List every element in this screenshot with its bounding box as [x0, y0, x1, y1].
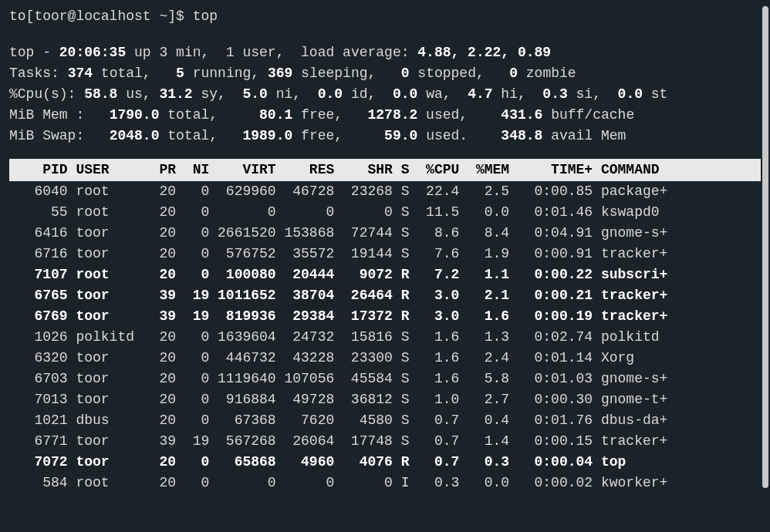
- process-table-header: PID USER PR NI VIRT RES SHR S %CPU %MEM …: [9, 159, 761, 181]
- swap-total-lbl: total,: [159, 128, 242, 143]
- shell-prompt: to[toor@localhost ~]$ top: [9, 6, 761, 27]
- process-row: 1021 dbus 20 0 67368 7620 4580 S 0.7 0.4…: [9, 410, 761, 431]
- cpu-ni-lbl: ni,: [268, 86, 318, 102]
- mem-free-lbl: free,: [292, 107, 367, 123]
- swap-free-lbl: free,: [292, 128, 384, 143]
- tasks-label: Tasks:: [9, 66, 68, 81]
- swap-total: 2048.0: [110, 128, 160, 143]
- process-row: 6040 root 20 0 629960 46728 23268 S 22.4…: [9, 181, 761, 202]
- cpu-sy: 31.2: [159, 86, 192, 102]
- process-row: 6771 toor 39 19 567268 26064 17748 S 0.7…: [9, 431, 761, 452]
- process-row: 55 root 20 0 0 0 0 S 11.5 0.0 0:01.46 ks…: [9, 202, 761, 223]
- cpu-hi: 4.7: [468, 86, 492, 102]
- swap-label: MiB Swap:: [9, 128, 110, 143]
- scrollbar[interactable]: [762, 6, 768, 488]
- top-summary: top - 20:06:35 up 3 min, 1 user, load av…: [9, 42, 761, 146]
- mem-used-lbl: used,: [417, 107, 501, 123]
- cpu-id: 0.0: [318, 86, 343, 102]
- prefix: top -: [9, 45, 59, 60]
- cpu-id-lbl: id,: [343, 86, 393, 102]
- cpu-st: 0.0: [618, 86, 643, 102]
- mem-buff-lbl: buff/cache: [542, 107, 634, 123]
- tasks-total: 374: [68, 66, 93, 81]
- mem-used: 1278.2: [368, 107, 418, 123]
- cpu-label: %Cpu(s):: [9, 86, 84, 102]
- swap-used-lbl: used.: [417, 128, 501, 143]
- cpu-st-lbl: st: [643, 86, 667, 102]
- mem-buff: 431.6: [501, 107, 542, 123]
- process-row: 6703 toor 20 0 1119640 107056 45584 S 1.…: [9, 369, 761, 389]
- cpu-us: 58.8: [84, 86, 117, 102]
- cpu-hi-lbl: hi,: [493, 86, 543, 102]
- time: 20:06:35: [59, 45, 126, 60]
- uptime-text: up 3 min, 1 user, load average:: [126, 45, 417, 60]
- process-row: 6769 toor 39 19 819936 29384 17372 R 3.0…: [9, 306, 761, 327]
- scrollbar-handle[interactable]: [762, 6, 768, 488]
- process-list: 6040 root 20 0 629960 46728 23268 S 22.4…: [9, 181, 761, 493]
- cpu-ni: 5.0: [242, 86, 267, 102]
- process-row: 7072 toor 20 0 65868 4960 4076 R 0.7 0.3…: [9, 452, 761, 473]
- process-row: 6716 toor 20 0 576752 35572 19144 S 7.6 …: [9, 244, 761, 264]
- process-row: 6416 toor 20 0 2661520 153868 72744 S 8.…: [9, 223, 761, 244]
- mem-free: 80.1: [259, 107, 292, 123]
- tasks-running: 5: [176, 66, 184, 81]
- swap-avail: 348.8: [501, 128, 542, 143]
- cpu-us-lbl: us,: [117, 86, 159, 102]
- tasks-total-lbl: total,: [93, 66, 176, 81]
- tasks-zombie-lbl: zombie: [518, 66, 576, 81]
- mem-total-lbl: total,: [159, 107, 259, 123]
- swap-used: 59.0: [384, 128, 417, 143]
- tasks-stopped: 0: [401, 66, 410, 81]
- tasks-running-lbl: running,: [184, 66, 268, 81]
- process-row: 6320 toor 20 0 446732 43228 23300 S 1.6 …: [9, 348, 761, 369]
- tasks-sleeping-lbl: sleeping,: [292, 66, 400, 81]
- process-row: 584 root 20 0 0 0 0 I 0.3 0.0 0:00.02 kw…: [9, 473, 761, 493]
- cpu-sy-lbl: sy,: [193, 86, 243, 102]
- process-row: 7107 root 20 0 100080 20444 9072 R 7.2 1…: [9, 264, 761, 285]
- swap-avail-lbl: avail Mem: [542, 128, 626, 143]
- mem-total: 1790.0: [110, 107, 160, 123]
- load-avg: 4.88, 2.22, 0.89: [417, 45, 551, 60]
- process-row: 6765 toor 39 19 1011652 38704 26464 R 3.…: [9, 285, 761, 306]
- tasks-sleeping: 369: [268, 66, 292, 81]
- cpu-si: 0.3: [542, 86, 567, 102]
- tasks-stopped-lbl: stopped,: [410, 66, 510, 81]
- cpu-wa-lbl: wa,: [417, 86, 468, 102]
- process-row: 1026 polkitd 20 0 1639604 24732 15816 S …: [9, 327, 761, 348]
- swap-free: 1989.0: [242, 128, 292, 143]
- process-row: 7013 toor 20 0 916884 49728 36812 S 1.0 …: [9, 389, 761, 410]
- cpu-si-lbl: si,: [568, 86, 618, 102]
- mem-label: MiB Mem :: [9, 107, 110, 123]
- cpu-wa: 0.0: [393, 86, 417, 102]
- tasks-zombie: 0: [509, 66, 518, 81]
